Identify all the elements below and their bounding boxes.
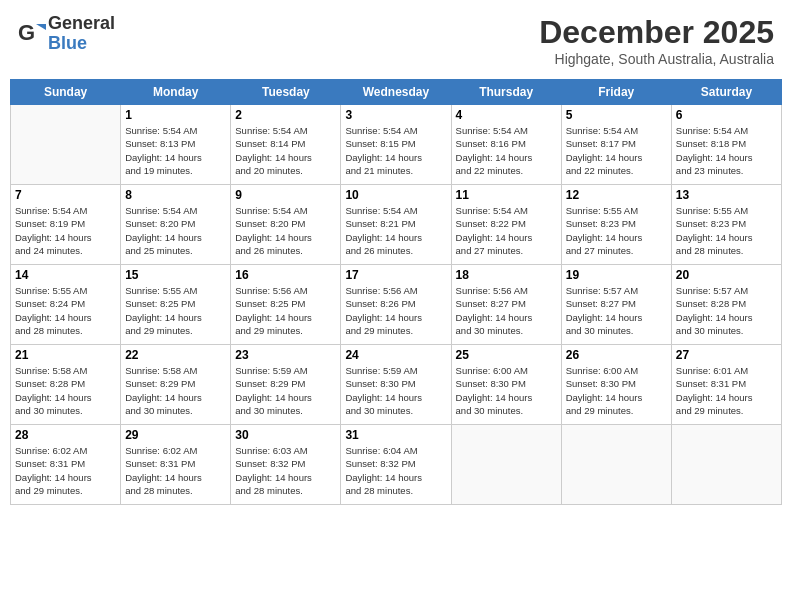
day-number: 25 bbox=[456, 348, 557, 362]
week-row-4: 21Sunrise: 5:58 AMSunset: 8:28 PMDayligh… bbox=[11, 345, 782, 425]
day-info: Sunrise: 5:58 AMSunset: 8:29 PMDaylight:… bbox=[125, 364, 226, 417]
logo: G General Blue bbox=[18, 14, 115, 54]
day-cell: 27Sunrise: 6:01 AMSunset: 8:31 PMDayligh… bbox=[671, 345, 781, 425]
header-saturday: Saturday bbox=[671, 80, 781, 105]
header-thursday: Thursday bbox=[451, 80, 561, 105]
day-cell: 17Sunrise: 5:56 AMSunset: 8:26 PMDayligh… bbox=[341, 265, 451, 345]
day-cell: 24Sunrise: 5:59 AMSunset: 8:30 PMDayligh… bbox=[341, 345, 451, 425]
day-cell: 30Sunrise: 6:03 AMSunset: 8:32 PMDayligh… bbox=[231, 425, 341, 505]
day-info: Sunrise: 5:54 AMSunset: 8:19 PMDaylight:… bbox=[15, 204, 116, 257]
day-number: 30 bbox=[235, 428, 336, 442]
header-tuesday: Tuesday bbox=[231, 80, 341, 105]
day-number: 19 bbox=[566, 268, 667, 282]
day-number: 4 bbox=[456, 108, 557, 122]
day-number: 29 bbox=[125, 428, 226, 442]
calendar-header-row: SundayMondayTuesdayWednesdayThursdayFrid… bbox=[11, 80, 782, 105]
day-cell: 25Sunrise: 6:00 AMSunset: 8:30 PMDayligh… bbox=[451, 345, 561, 425]
day-number: 6 bbox=[676, 108, 777, 122]
day-info: Sunrise: 5:57 AMSunset: 8:28 PMDaylight:… bbox=[676, 284, 777, 337]
day-cell: 28Sunrise: 6:02 AMSunset: 8:31 PMDayligh… bbox=[11, 425, 121, 505]
week-row-1: 1Sunrise: 5:54 AMSunset: 8:13 PMDaylight… bbox=[11, 105, 782, 185]
logo-general-text: General bbox=[48, 14, 115, 34]
day-number: 20 bbox=[676, 268, 777, 282]
day-info: Sunrise: 5:55 AMSunset: 8:25 PMDaylight:… bbox=[125, 284, 226, 337]
day-number: 3 bbox=[345, 108, 446, 122]
day-number: 28 bbox=[15, 428, 116, 442]
day-info: Sunrise: 5:54 AMSunset: 8:20 PMDaylight:… bbox=[125, 204, 226, 257]
day-number: 1 bbox=[125, 108, 226, 122]
day-cell: 10Sunrise: 5:54 AMSunset: 8:21 PMDayligh… bbox=[341, 185, 451, 265]
day-cell: 19Sunrise: 5:57 AMSunset: 8:27 PMDayligh… bbox=[561, 265, 671, 345]
day-cell: 6Sunrise: 5:54 AMSunset: 8:18 PMDaylight… bbox=[671, 105, 781, 185]
week-row-3: 14Sunrise: 5:55 AMSunset: 8:24 PMDayligh… bbox=[11, 265, 782, 345]
day-cell: 14Sunrise: 5:55 AMSunset: 8:24 PMDayligh… bbox=[11, 265, 121, 345]
day-info: Sunrise: 5:56 AMSunset: 8:25 PMDaylight:… bbox=[235, 284, 336, 337]
day-info: Sunrise: 6:00 AMSunset: 8:30 PMDaylight:… bbox=[456, 364, 557, 417]
day-cell: 5Sunrise: 5:54 AMSunset: 8:17 PMDaylight… bbox=[561, 105, 671, 185]
header-monday: Monday bbox=[121, 80, 231, 105]
day-info: Sunrise: 6:03 AMSunset: 8:32 PMDaylight:… bbox=[235, 444, 336, 497]
day-info: Sunrise: 5:54 AMSunset: 8:14 PMDaylight:… bbox=[235, 124, 336, 177]
day-info: Sunrise: 5:54 AMSunset: 8:22 PMDaylight:… bbox=[456, 204, 557, 257]
week-row-2: 7Sunrise: 5:54 AMSunset: 8:19 PMDaylight… bbox=[11, 185, 782, 265]
day-info: Sunrise: 5:54 AMSunset: 8:21 PMDaylight:… bbox=[345, 204, 446, 257]
logo-icon: G bbox=[18, 20, 46, 48]
day-number: 7 bbox=[15, 188, 116, 202]
location: Highgate, South Australia, Australia bbox=[539, 51, 774, 67]
day-cell: 22Sunrise: 5:58 AMSunset: 8:29 PMDayligh… bbox=[121, 345, 231, 425]
day-info: Sunrise: 5:54 AMSunset: 8:13 PMDaylight:… bbox=[125, 124, 226, 177]
day-cell bbox=[671, 425, 781, 505]
day-number: 16 bbox=[235, 268, 336, 282]
day-number: 9 bbox=[235, 188, 336, 202]
day-number: 15 bbox=[125, 268, 226, 282]
day-cell bbox=[561, 425, 671, 505]
day-info: Sunrise: 5:55 AMSunset: 8:23 PMDaylight:… bbox=[566, 204, 667, 257]
day-info: Sunrise: 5:59 AMSunset: 8:29 PMDaylight:… bbox=[235, 364, 336, 417]
day-number: 26 bbox=[566, 348, 667, 362]
day-cell: 12Sunrise: 5:55 AMSunset: 8:23 PMDayligh… bbox=[561, 185, 671, 265]
day-cell: 9Sunrise: 5:54 AMSunset: 8:20 PMDaylight… bbox=[231, 185, 341, 265]
day-cell: 15Sunrise: 5:55 AMSunset: 8:25 PMDayligh… bbox=[121, 265, 231, 345]
day-cell: 3Sunrise: 5:54 AMSunset: 8:15 PMDaylight… bbox=[341, 105, 451, 185]
day-info: Sunrise: 5:54 AMSunset: 8:17 PMDaylight:… bbox=[566, 124, 667, 177]
day-number: 18 bbox=[456, 268, 557, 282]
day-info: Sunrise: 6:02 AMSunset: 8:31 PMDaylight:… bbox=[15, 444, 116, 497]
header-wednesday: Wednesday bbox=[341, 80, 451, 105]
day-cell: 2Sunrise: 5:54 AMSunset: 8:14 PMDaylight… bbox=[231, 105, 341, 185]
day-cell: 26Sunrise: 6:00 AMSunset: 8:30 PMDayligh… bbox=[561, 345, 671, 425]
day-number: 13 bbox=[676, 188, 777, 202]
day-cell: 7Sunrise: 5:54 AMSunset: 8:19 PMDaylight… bbox=[11, 185, 121, 265]
day-cell bbox=[451, 425, 561, 505]
day-info: Sunrise: 5:56 AMSunset: 8:26 PMDaylight:… bbox=[345, 284, 446, 337]
day-info: Sunrise: 5:54 AMSunset: 8:20 PMDaylight:… bbox=[235, 204, 336, 257]
svg-text:G: G bbox=[18, 20, 35, 45]
calendar: SundayMondayTuesdayWednesdayThursdayFrid… bbox=[10, 79, 782, 505]
day-cell: 31Sunrise: 6:04 AMSunset: 8:32 PMDayligh… bbox=[341, 425, 451, 505]
day-cell: 11Sunrise: 5:54 AMSunset: 8:22 PMDayligh… bbox=[451, 185, 561, 265]
day-number: 21 bbox=[15, 348, 116, 362]
day-number: 27 bbox=[676, 348, 777, 362]
day-cell: 1Sunrise: 5:54 AMSunset: 8:13 PMDaylight… bbox=[121, 105, 231, 185]
day-cell: 20Sunrise: 5:57 AMSunset: 8:28 PMDayligh… bbox=[671, 265, 781, 345]
day-info: Sunrise: 5:57 AMSunset: 8:27 PMDaylight:… bbox=[566, 284, 667, 337]
day-number: 23 bbox=[235, 348, 336, 362]
page-header: G General Blue December 2025 Highgate, S… bbox=[10, 10, 782, 71]
week-row-5: 28Sunrise: 6:02 AMSunset: 8:31 PMDayligh… bbox=[11, 425, 782, 505]
day-cell: 23Sunrise: 5:59 AMSunset: 8:29 PMDayligh… bbox=[231, 345, 341, 425]
day-info: Sunrise: 6:04 AMSunset: 8:32 PMDaylight:… bbox=[345, 444, 446, 497]
day-cell: 13Sunrise: 5:55 AMSunset: 8:23 PMDayligh… bbox=[671, 185, 781, 265]
day-cell: 18Sunrise: 5:56 AMSunset: 8:27 PMDayligh… bbox=[451, 265, 561, 345]
header-sunday: Sunday bbox=[11, 80, 121, 105]
day-number: 11 bbox=[456, 188, 557, 202]
day-info: Sunrise: 6:02 AMSunset: 8:31 PMDaylight:… bbox=[125, 444, 226, 497]
day-number: 31 bbox=[345, 428, 446, 442]
day-cell: 16Sunrise: 5:56 AMSunset: 8:25 PMDayligh… bbox=[231, 265, 341, 345]
day-number: 17 bbox=[345, 268, 446, 282]
svg-marker-1 bbox=[36, 24, 46, 30]
day-info: Sunrise: 5:54 AMSunset: 8:16 PMDaylight:… bbox=[456, 124, 557, 177]
day-number: 2 bbox=[235, 108, 336, 122]
day-number: 22 bbox=[125, 348, 226, 362]
day-cell: 21Sunrise: 5:58 AMSunset: 8:28 PMDayligh… bbox=[11, 345, 121, 425]
day-info: Sunrise: 5:54 AMSunset: 8:18 PMDaylight:… bbox=[676, 124, 777, 177]
day-number: 8 bbox=[125, 188, 226, 202]
